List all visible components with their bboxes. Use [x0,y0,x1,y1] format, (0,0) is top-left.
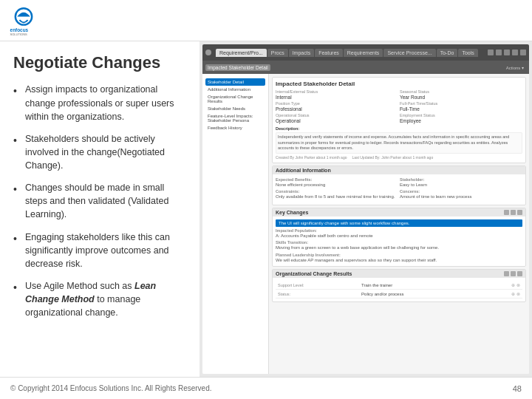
bullet-dot: • [13,182,21,221]
footer-copyright: © Copyright 2014 Enfocus Solutions Inc. … [10,384,212,392]
app-sidebar: Stakeholder Detail Additional Informatio… [202,74,269,374]
app-nav: Impacted Stakeholder Detail Actions ▾ [202,61,529,74]
svg-text:enfocus: enfocus [10,27,29,33]
app-tab-4[interactable]: Features [315,49,343,57]
app-tab-5[interactable]: Requirements [344,49,383,57]
bullet-dot: • [13,231,21,270]
row-icon[interactable]: ⊕ ⊗ [511,283,520,287]
field-value: Employee [400,118,522,123]
sidebar-item-stakeholder-needs[interactable]: Stakeholder Needs [205,105,265,112]
row-icon2[interactable]: ⊕ ⊗ [511,292,520,296]
key-changes-body: The UI will significantly change with so… [273,216,525,266]
constraints-row: Constraints: Only available from 8 to 5 … [276,189,522,200]
stakeholder-value: Easy to Learn [400,182,522,188]
description-text: Independently and verify statements of i… [276,132,522,154]
app-tab-7[interactable]: To-Do [437,49,458,57]
settings-icon[interactable] [488,50,494,55]
table-row: Status: Policy and/or process ⊕ ⊗ [276,290,522,299]
app-tab-3[interactable]: Impacts [289,49,315,57]
org-results-header: Organizational Change Results [273,270,525,278]
app-nav-actions[interactable]: Actions ▾ [504,64,526,71]
bullet-dot: • [13,133,21,172]
org-results-icons [504,271,522,276]
add-icon[interactable] [511,271,516,276]
app-tab-8[interactable]: Tools [458,49,477,57]
field-operational-status: Operational Status Operational [276,113,398,123]
list-item: • Changes should be made in small steps … [13,181,186,221]
skills-value: Moving from a green screen to a web base… [276,245,522,250]
app-screenshot: Requirement/Pro... Procs Impacts Feature… [202,44,529,374]
left-panel: Negotiate Changes • Assign impacts to or… [0,41,200,377]
org-table: Support Level: Train the trainer ⊕ ⊗ Sta… [276,281,522,299]
additional-info-title: Additional Information [276,168,331,173]
field-value: Professional [276,106,398,112]
app-topbar-dot [205,50,211,55]
expected-benefits-field: Expected Benefits: None efficient proces… [276,177,398,188]
edit-icon[interactable] [504,210,509,215]
field-label: Internal/External Status [276,89,398,94]
search-icon[interactable] [496,50,502,55]
bullet-text: Use Agile Method such as Lean Change Met… [25,279,186,319]
org-results-section: Organizational Change Results Support Le… [272,269,526,302]
app-topbar-icons [488,50,526,55]
sidebar-item-org-change[interactable]: Organizational Change Results [205,93,265,105]
bullet-text: Assign impacts to organizational change … [25,83,186,123]
field-value: Year Round [400,95,522,100]
constraints-value: Only available from 8 to 5 and have mini… [276,194,398,200]
app-tab-2[interactable]: Procs [267,49,288,57]
sidebar-item-additional-info[interactable]: Additional Information [205,86,265,93]
org-results-title: Organizational Change Results [276,271,352,276]
field-value: Operational [276,118,398,123]
list-item: • Engaging stakeholders like this can si… [13,231,186,270]
field-full-part-time: Full-Part Time/Status Full-Time [400,101,522,112]
list-item: • Assign impacts to organizational chang… [13,83,186,123]
concerns-field: Concerns: Amount of time to learn new pr… [400,189,522,200]
user-icon[interactable] [512,50,518,55]
add-icon[interactable] [511,210,516,215]
concerns-value: Amount of time to learn new process [400,194,522,200]
delete-icon[interactable] [517,210,522,215]
field-label: Operational Status [276,113,398,117]
logo-container: enfocus SOLUTIONS [9,6,105,35]
field-value: Full-Time [400,106,522,112]
sidebar-section: Stakeholder Detail Additional Informatio… [202,77,268,133]
bullet-text: Changes should be made in small steps an… [25,181,186,221]
org-results-body: Support Level: Train the trainer ⊕ ⊗ Sta… [273,278,525,301]
app-topbar-tabs: Requirement/Pro... Procs Impacts Feature… [216,49,486,57]
list-item: • Use Agile Method such as Lean Change M… [13,279,186,319]
enfocus-logo-icon: enfocus SOLUTIONS [9,6,38,35]
created-by: Created By John Parker about 1 month ago… [276,155,522,160]
key-changes-section: Key Changes The UI will significantly ch… [272,208,526,267]
sidebar-item-stakeholder-detail[interactable]: Stakeholder Detail [205,78,265,86]
edit-icon[interactable] [504,271,509,276]
key-changes-icons [504,210,522,215]
field-internal-external: Internal/External Status Internal [276,89,398,100]
app-detail: Impacted Stakeholder Detail Internal/Ext… [269,74,529,374]
footer: © Copyright 2014 Enfocus Solutions Inc. … [0,377,532,399]
key-changes-title: Key Changes [276,210,308,215]
header: enfocus SOLUTIONS [0,0,532,41]
app-tab-1[interactable]: Requirement/Pro... [216,49,267,57]
main-content: Negotiate Changes • Assign impacts to or… [0,41,532,377]
field-label: Seasonal Status [400,89,522,94]
key-changes-highlight: The UI will significantly change with so… [276,219,522,227]
sidebar-item-feature-impacts[interactable]: Feature-Level Impacts: Stakeholder Perso… [205,112,265,124]
app-tab-6[interactable]: Service Processe... [383,49,435,57]
description-section: Description: Independently and verify st… [276,126,522,160]
bullet-dot: • [13,83,21,123]
app-nav-item-stakeholder[interactable]: Impacted Stakeholder Detail [205,64,270,71]
row-icons2: ⊕ ⊗ [487,290,522,299]
sidebar-item-feedback[interactable]: Feedback History [205,124,265,132]
field-position-type: Position Type Professional [276,101,398,112]
close-icon[interactable] [520,50,526,55]
row-icons: ⊕ ⊗ [487,281,522,290]
field-label: Full-Part Time/Status [400,101,522,106]
additional-info-section: Additional Information Expected Benefits… [272,166,526,205]
delete-icon[interactable] [517,271,522,276]
key-changes-header: Key Changes [273,208,525,216]
additional-info-header: Additional Information [273,166,525,174]
support-level-value: Train the trainer [359,281,487,290]
help-icon[interactable] [504,50,510,55]
field-value: Internal [276,95,398,100]
bullet-dot: • [13,280,21,319]
